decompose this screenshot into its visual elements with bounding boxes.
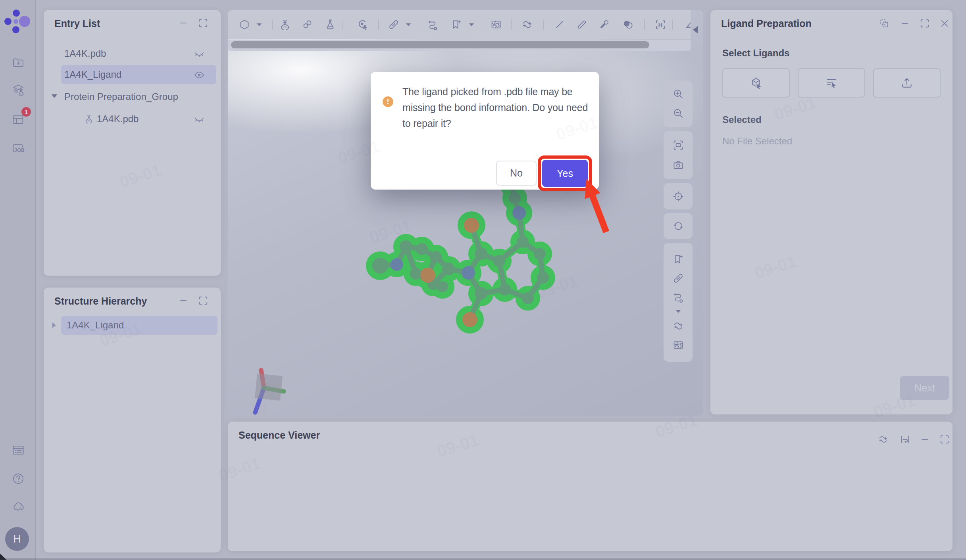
add-entry-button[interactable] <box>9 54 27 72</box>
fit-view-icon[interactable] <box>672 139 684 151</box>
entry-row-selected[interactable]: 1A4K_Ligand <box>61 65 216 84</box>
dna-helix-icon[interactable] <box>279 19 291 31</box>
entry-group-label: Protein Preparation_Group <box>64 91 178 102</box>
warning-icon: ! <box>383 96 393 107</box>
entry-list-title: Entry List <box>54 18 100 29</box>
surface-mesh-icon[interactable] <box>490 19 502 31</box>
exchange-icon[interactable] <box>877 434 889 445</box>
no-button[interactable]: No <box>496 161 537 186</box>
surface-mesh-icon[interactable] <box>672 339 684 351</box>
fullscreen-icon[interactable] <box>919 18 930 29</box>
pill-icon[interactable] <box>388 19 400 31</box>
capture-group <box>664 131 693 179</box>
hierarchy-label: 1A4K_Ligand <box>67 320 124 331</box>
eye-closed-icon[interactable] <box>194 49 205 59</box>
caret-down-icon[interactable] <box>469 23 474 27</box>
route-icon[interactable] <box>427 19 439 31</box>
job-label: JOB <box>14 148 25 153</box>
ligand-preparation-panel: Ligand Preparation Select Ligands <box>710 10 953 414</box>
fused-rings-icon[interactable] <box>301 19 313 31</box>
benzene-ring-icon[interactable] <box>239 19 250 31</box>
line-style-icon[interactable] <box>554 19 566 31</box>
caret-down-icon[interactable] <box>257 23 262 27</box>
left-sidebar: 1 JOB H <box>0 0 36 560</box>
help-circle-icon <box>11 472 25 486</box>
ligand-preparation-header: Ligand Preparation <box>710 10 953 35</box>
viewer-3d[interactable]: H <box>228 10 703 416</box>
minimize-icon[interactable] <box>899 18 910 29</box>
flask-icon[interactable] <box>324 19 336 31</box>
job-button[interactable]: JOB <box>9 140 27 158</box>
caret-down-icon[interactable] <box>406 23 411 27</box>
upload-file-button[interactable] <box>873 68 941 98</box>
minimize-icon[interactable] <box>919 434 930 445</box>
fullscreen-icon[interactable] <box>198 17 209 29</box>
route-icon[interactable] <box>672 291 684 303</box>
select-ligands-label: Select Ligands <box>722 48 789 59</box>
help-button[interactable] <box>9 470 27 488</box>
bookmark-add-icon[interactable] <box>450 19 462 31</box>
zoom-out-icon[interactable] <box>672 107 684 119</box>
fullscreen-icon[interactable] <box>198 295 209 306</box>
exchange-icon[interactable] <box>672 320 684 332</box>
snapshot-camera-icon[interactable] <box>672 159 684 171</box>
toolbar-divider <box>378 19 379 30</box>
pick-from-list-button[interactable] <box>798 68 865 98</box>
copy-duplicate-icon[interactable] <box>879 18 890 29</box>
hierarchy-row-selected[interactable]: 1A4K_Ligand <box>61 316 217 335</box>
records-button[interactable] <box>9 441 27 459</box>
records-list-icon <box>11 443 25 457</box>
minimize-icon[interactable] <box>178 17 189 29</box>
pick-3d-box-icon <box>749 76 763 90</box>
yes-button[interactable]: Yes <box>542 160 588 187</box>
structure-hierarchy-header: Structure Hierarchy <box>44 288 221 313</box>
zoom-in-icon[interactable] <box>672 88 684 100</box>
pick-3d-button[interactable] <box>722 68 790 98</box>
toolbar-collapse-caret[interactable] <box>693 26 698 34</box>
fullscreen-icon[interactable] <box>939 434 950 445</box>
spacefill-style-icon[interactable] <box>622 19 634 31</box>
next-button[interactable]: Next <box>900 376 949 400</box>
caret-down-icon[interactable] <box>52 94 57 98</box>
crosshair-focus-icon[interactable] <box>672 190 684 202</box>
toolbar-divider <box>342 19 343 30</box>
helix-icon <box>84 114 94 124</box>
ball-stick-style-icon[interactable] <box>598 19 610 31</box>
entry-list-header: Entry List <box>44 10 221 35</box>
folder-plus-icon <box>12 56 25 69</box>
toolbar-divider <box>511 19 512 30</box>
entry-label: 1A4K_Ligand <box>64 69 121 80</box>
hydrogen-icon[interactable]: H <box>654 19 666 31</box>
eye-closed-icon[interactable] <box>194 115 205 124</box>
entry-row[interactable]: 1A4K.pdb <box>44 44 221 63</box>
zoom-group <box>664 81 693 127</box>
bookmark-add-icon[interactable] <box>672 253 684 265</box>
panels-button[interactable]: 1 <box>9 110 27 128</box>
pill-icon[interactable] <box>672 272 684 284</box>
cloud-sync-button[interactable] <box>9 498 27 516</box>
preparation-tools-button[interactable] <box>9 81 27 100</box>
structure-hierarchy-title: Structure Hierarchy <box>54 295 147 307</box>
minimize-icon[interactable] <box>178 295 189 306</box>
angle-measure-icon[interactable] <box>683 19 691 31</box>
hscrollbar-thumb[interactable] <box>231 41 649 48</box>
molecule-canvas[interactable] <box>228 10 703 416</box>
entry-label: 1A4K.pdb <box>97 113 139 125</box>
stick-style-icon[interactable] <box>576 19 588 31</box>
exchange-icon[interactable] <box>521 19 533 31</box>
wrap-text-icon[interactable] <box>899 434 910 445</box>
eye-open-icon[interactable] <box>194 70 205 80</box>
entry-list-panel: Entry List 1A4K.pdb 1A4K_Ligand Pro <box>44 10 221 276</box>
entry-row-nested[interactable]: 1A4K.pdb <box>44 109 221 128</box>
user-avatar[interactable]: H <box>5 527 29 551</box>
refresh-view-icon[interactable] <box>672 220 684 232</box>
sequence-viewer-title: Sequence Viewer <box>239 430 320 441</box>
caret-down-icon[interactable] <box>676 310 681 313</box>
screen-bottom-edge <box>0 558 966 560</box>
entry-group-row[interactable]: Protein Preparation_Group <box>44 87 221 106</box>
entry-label: 1A4K.pdb <box>64 48 106 59</box>
caret-right-icon[interactable] <box>52 322 56 328</box>
upload-file-icon <box>900 76 914 90</box>
close-icon[interactable] <box>939 18 950 29</box>
target-picker-icon[interactable] <box>357 19 369 31</box>
